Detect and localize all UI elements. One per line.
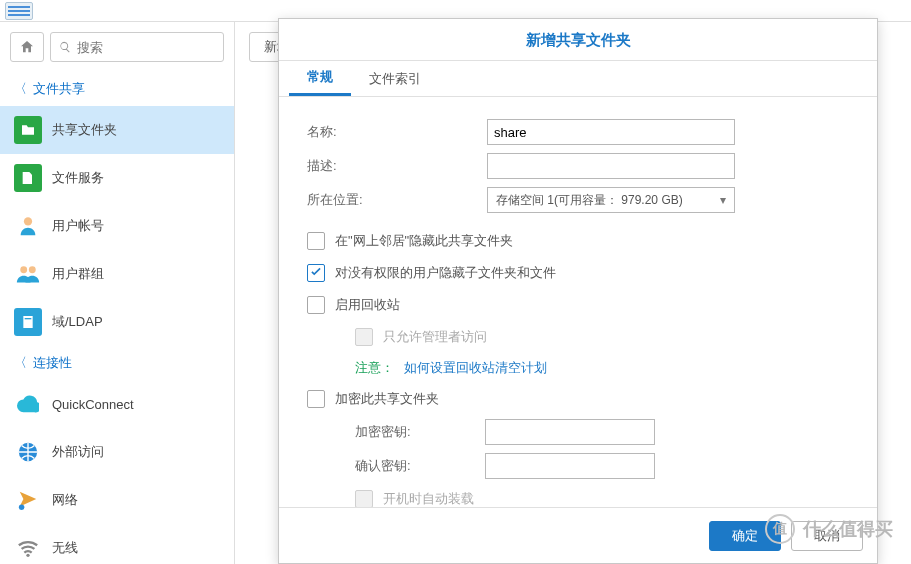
location-value: 存储空间 1(可用容量： 979.20 GB) [496,192,683,209]
chevron-up-icon: 〈 [14,80,27,98]
sidebar-item-quickconnect[interactable]: QuickConnect [0,380,234,428]
checkbox-label: 开机时自动装载 [383,490,474,507]
checkbox-icon [355,490,373,507]
checkbox-encrypt[interactable]: 加密此共享文件夹 [307,383,849,415]
recycle-schedule-link[interactable]: 如何设置回收站清空计划 [404,360,547,375]
user-icon [14,212,42,240]
section-connectivity[interactable]: 〈 连接性 [0,346,234,380]
checkbox-label: 启用回收站 [335,296,400,314]
file-service-icon [14,164,42,192]
checkbox-label: 在"网上邻居"隐藏此共享文件夹 [335,232,513,250]
watermark-text: 什么值得买 [803,517,893,541]
sidebar-item-label: 域/LDAP [52,313,103,331]
checkbox-icon [307,232,325,250]
chevron-down-icon: ▾ [720,193,726,207]
sidebar: 〈 文件共享 共享文件夹 文件服务 用户帐号 用户群组 [0,22,235,564]
checkbox-label: 加密此共享文件夹 [335,390,439,408]
recycle-hint: 注意： 如何设置回收站清空计划 [307,353,849,383]
watermark-icon: 值 [765,514,795,544]
chevron-up-icon: 〈 [14,354,27,372]
section-label: 连接性 [33,354,72,372]
wifi-icon [14,534,42,562]
shared-folder-icon [14,116,42,144]
checkbox-label: 对没有权限的用户隐藏子文件夹和文件 [335,264,556,282]
svg-point-1 [20,266,27,273]
dialog-title: 新增共享文件夹 [279,19,877,61]
checkbox-auto-mount: 开机时自动装载 [307,483,849,507]
name-label: 名称: [307,123,487,141]
tab-general[interactable]: 常规 [289,61,351,96]
sidebar-item-user-group[interactable]: 用户群组 [0,250,234,298]
checkbox-enable-recycle[interactable]: 启用回收站 [307,289,849,321]
svg-point-6 [26,554,29,557]
desc-input[interactable] [487,153,735,179]
network-icon [14,486,42,514]
app-logo-icon [5,2,33,20]
hint-label: 注意： [355,360,394,375]
confirm-key-label: 确认密钥: [355,457,485,475]
encrypt-key-input[interactable] [485,419,655,445]
sidebar-item-label: 无线 [52,539,78,557]
checkbox-icon [307,264,325,282]
location-select[interactable]: 存储空间 1(可用容量： 979.20 GB) ▾ [487,187,735,213]
svg-point-5 [19,505,25,511]
sidebar-item-label: 共享文件夹 [52,121,117,139]
checkbox-hide-no-permission[interactable]: 对没有权限的用户隐藏子文件夹和文件 [307,257,849,289]
checkbox-icon [355,328,373,346]
sidebar-item-label: 网络 [52,491,78,509]
sidebar-item-domain-ldap[interactable]: 域/LDAP [0,298,234,346]
encrypt-key-label: 加密密钥: [355,423,485,441]
svg-point-2 [29,266,36,273]
sidebar-item-file-service[interactable]: 文件服务 [0,154,234,202]
sidebar-item-wireless[interactable]: 无线 [0,524,234,564]
section-label: 文件共享 [33,80,85,98]
user-group-icon [14,260,42,288]
checkbox-hide-network[interactable]: 在"网上邻居"隐藏此共享文件夹 [307,225,849,257]
location-label: 所在位置: [307,191,487,209]
globe-icon [14,438,42,466]
sidebar-item-shared-folder[interactable]: 共享文件夹 [0,106,234,154]
dialog-tabs: 常规 文件索引 [279,61,877,97]
home-icon [19,39,35,55]
home-button[interactable] [10,32,44,62]
svg-point-0 [24,217,32,225]
create-shared-folder-dialog: 新增共享文件夹 常规 文件索引 名称: 描述: 所在位置: 存储空间 1(可用容… [278,18,878,564]
checkbox-label: 只允许管理者访问 [383,328,487,346]
search-input-wrapper[interactable] [50,32,224,62]
dialog-body: 名称: 描述: 所在位置: 存储空间 1(可用容量： 979.20 GB) ▾ [279,97,877,507]
watermark: 值 什么值得买 [765,514,893,544]
book-icon [14,308,42,336]
sidebar-item-user-account[interactable]: 用户帐号 [0,202,234,250]
section-file-sharing[interactable]: 〈 文件共享 [0,72,234,106]
checkbox-admin-only: 只允许管理者访问 [307,321,849,353]
search-icon [59,40,71,54]
sidebar-item-label: QuickConnect [52,397,134,412]
name-input[interactable] [487,119,735,145]
sidebar-item-network[interactable]: 网络 [0,476,234,524]
sidebar-item-label: 文件服务 [52,169,104,187]
sidebar-item-label: 用户群组 [52,265,104,283]
desc-label: 描述: [307,157,487,175]
content-area: 新增 新增共享文件夹 常规 文件索引 名称: 描述: 所在位置: [235,22,911,564]
checkbox-icon [307,390,325,408]
cloud-icon [14,390,42,418]
checkbox-icon [307,296,325,314]
tab-file-index[interactable]: 文件索引 [351,61,439,96]
svg-rect-3 [25,318,32,319]
search-input[interactable] [77,40,215,55]
sidebar-item-label: 外部访问 [52,443,104,461]
sidebar-item-external-access[interactable]: 外部访问 [0,428,234,476]
sidebar-item-label: 用户帐号 [52,217,104,235]
confirm-key-input[interactable] [485,453,655,479]
